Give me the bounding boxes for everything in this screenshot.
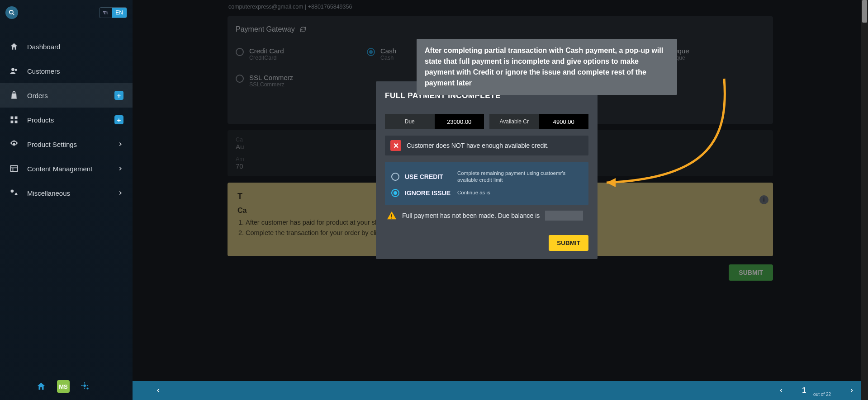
due-label: Due — [385, 114, 435, 129]
svg-point-3 — [15, 69, 17, 71]
main-content: computerexpress@gmail.com | +88017658493… — [133, 0, 868, 400]
pager-next-icon[interactable] — [849, 388, 854, 393]
search-button[interactable] — [5, 6, 18, 19]
page-number: 1 — [802, 386, 806, 395]
svg-rect-7 — [15, 121, 18, 123]
layout-icon — [9, 164, 19, 173]
shapes-icon — [9, 188, 19, 198]
svg-rect-6 — [11, 121, 14, 123]
lang-bn[interactable]: বাং — [100, 8, 112, 18]
page-total: out of 22 — [813, 392, 831, 397]
sidebar-item-dashboard[interactable]: Dashboard — [0, 34, 133, 59]
settings-gear-icon[interactable] — [81, 381, 90, 391]
bag-icon — [9, 91, 19, 100]
credit-box: Available Cr 4900.00 — [489, 114, 588, 129]
chevron-right-icon — [117, 141, 123, 147]
svg-rect-4 — [11, 117, 14, 119]
chevron-right-icon — [117, 165, 123, 172]
add-product-button[interactable]: + — [114, 115, 123, 124]
chevron-right-icon — [117, 190, 123, 196]
gear-icon — [9, 140, 19, 149]
sidebar-item-label: Orders — [27, 92, 48, 99]
warning-text: Full payment has not been made. Due bala… — [402, 212, 540, 219]
radio-icon — [391, 189, 399, 197]
warning-icon — [387, 211, 397, 221]
due-balance-input[interactable] — [545, 211, 583, 221]
sidebar-item-products[interactable]: Products + — [0, 108, 133, 132]
sidebar-item-label: Customers — [27, 67, 60, 75]
chevron-left-icon[interactable] — [155, 387, 161, 394]
svg-point-2 — [11, 68, 14, 71]
svg-point-15 — [87, 388, 89, 390]
resolution-options: USE CREDIT Complete remaining payment us… — [385, 162, 588, 205]
home-icon — [9, 42, 19, 51]
svg-marker-13 — [14, 192, 18, 195]
sidebar-item-label: Content Management — [27, 165, 92, 173]
grid-icon — [9, 115, 19, 124]
sidebar: বাং EN Dashboard Customers Orders + Prod… — [0, 0, 133, 400]
svg-rect-9 — [11, 165, 18, 171]
sidebar-item-label: Miscellaneous — [27, 189, 70, 197]
sidebar-item-miscellaneous[interactable]: Miscellaneous — [0, 181, 133, 205]
sidebar-item-customers[interactable]: Customers — [0, 59, 133, 83]
svg-line-1 — [13, 14, 14, 15]
option-description: Complete remaining payment using custoem… — [457, 170, 582, 184]
due-box: Due 23000.00 — [385, 114, 484, 129]
svg-point-0 — [9, 10, 13, 14]
credit-label: Available Cr — [489, 114, 539, 129]
sidebar-item-content-management[interactable]: Content Management — [0, 156, 133, 181]
credit-value: 4900.00 — [539, 114, 589, 129]
option-label: USE CREDIT — [405, 173, 452, 180]
warning-row: Full payment has not been made. Due bala… — [385, 205, 588, 226]
sidebar-item-label: Product Settings — [27, 141, 77, 148]
pager-prev-icon[interactable] — [778, 388, 784, 393]
modal-submit-button[interactable]: SUBMIT — [549, 235, 588, 251]
language-toggle[interactable]: বাং EN — [99, 7, 127, 18]
radio-icon — [391, 173, 399, 181]
option-description: Continue as is — [457, 189, 490, 196]
full-payment-incomplete-modal: FULL PAYMENT INCOMPLETE Due 23000.00 Ava… — [376, 81, 598, 259]
annotation-callout: After completing partial transaction wit… — [417, 39, 677, 95]
due-value: 23000.00 — [435, 114, 484, 129]
option-ignore-issue[interactable]: IGNORE ISSUE Continue as is — [391, 186, 582, 200]
svg-rect-16 — [391, 214, 392, 217]
sidebar-item-label: Products — [27, 116, 54, 124]
svg-rect-17 — [391, 217, 392, 218]
ms-badge[interactable]: MS — [57, 380, 70, 393]
search-icon — [9, 9, 15, 16]
error-icon: ✕ — [390, 140, 401, 151]
lang-en[interactable]: EN — [112, 8, 127, 18]
vertical-scrollbar[interactable] — [861, 0, 868, 400]
option-label: IGNORE ISSUE — [405, 189, 452, 197]
alert-text: Customer does NOT have enough available … — [407, 142, 549, 149]
pager-bar: 1 out of 22 — [133, 381, 868, 400]
sidebar-item-orders[interactable]: Orders + — [0, 83, 133, 108]
sidebar-item-label: Dashboard — [27, 43, 60, 51]
option-use-credit[interactable]: USE CREDIT Complete remaining payment us… — [391, 167, 582, 186]
svg-point-14 — [83, 384, 86, 387]
users-icon — [9, 66, 19, 75]
svg-point-12 — [11, 190, 14, 193]
add-order-button[interactable]: + — [114, 91, 123, 100]
home-icon[interactable] — [36, 381, 46, 391]
sidebar-item-product-settings[interactable]: Product Settings — [0, 132, 133, 156]
scrollbar-thumb[interactable] — [862, 0, 867, 23]
error-alert: ✕ Customer does NOT have enough availabl… — [385, 136, 588, 155]
svg-rect-5 — [15, 117, 18, 119]
